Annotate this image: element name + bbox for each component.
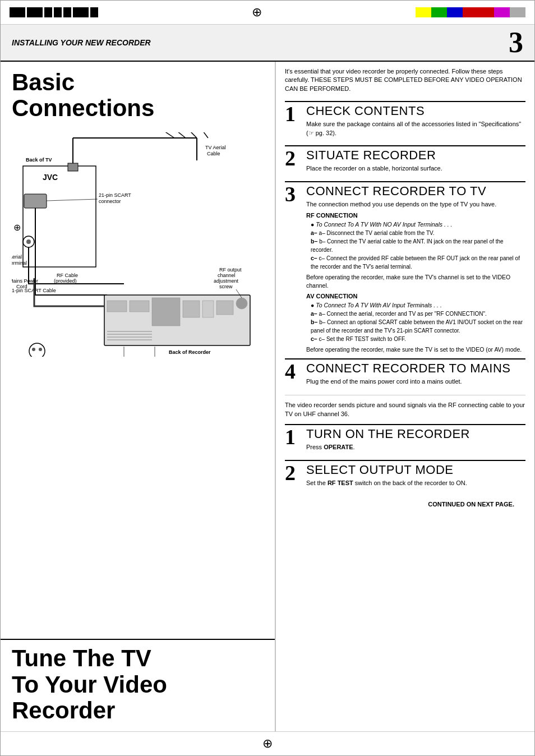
- black-block-2: [27, 7, 43, 17]
- svg-point-48: [32, 348, 35, 351]
- step-4-heading: CONNECT RECORDER TO MAINS: [306, 362, 525, 375]
- svg-line-9: [158, 132, 174, 138]
- rf-note: Before operating the recorder, make sure…: [306, 273, 525, 289]
- bottom-step-1-content: TURN ON THE RECORDER Press OPERATE.: [306, 427, 525, 455]
- svg-text:terminal: terminal: [12, 260, 27, 266]
- rf-connection-bullet: ● To Connect To A TV With NO AV Input Te…: [311, 220, 525, 229]
- step-3-number: 3: [285, 183, 301, 205]
- continued-text: CONTINUED ON NEXT PAGE.: [285, 495, 525, 513]
- svg-text:21-pin SCART: 21-pin SCART: [99, 192, 131, 198]
- svg-rect-30: [216, 301, 233, 315]
- black-block-3: [44, 7, 52, 17]
- bottom-right-section: The video recorder sends picture and sou…: [285, 395, 525, 491]
- step-4-text: Plug the end of the mains power cord int…: [306, 377, 525, 386]
- svg-text:(provided): (provided): [54, 278, 77, 284]
- rf-step-b: b– b– Connect the TV aerial cable to the…: [311, 237, 525, 254]
- svg-text:adjustment: adjustment: [214, 278, 239, 284]
- diagram-area: JVC: [12, 132, 264, 368]
- bottom-step-2-text: Set the RF TEST switch on the back of th…: [306, 479, 525, 487]
- step-1-container: 1 CHECK CONTENTS Make sure the package c…: [285, 101, 525, 141]
- svg-rect-3: [24, 194, 47, 208]
- basic-connections-section: Basic Connections JVC: [1, 62, 275, 639]
- color-block-green: [431, 7, 447, 17]
- color-block-gray: [510, 7, 525, 17]
- step-2-text: Place the recorder on a stable, horizont…: [306, 164, 525, 173]
- svg-point-49: [39, 348, 42, 351]
- installing-title: INSTALLING YOUR NEW RECORDER: [12, 38, 509, 47]
- bottom-step-2-number: 2: [285, 462, 301, 483]
- left-column: Basic Connections JVC: [1, 62, 275, 731]
- step-1-heading: CHECK CONTENTS: [306, 104, 525, 118]
- tune-section: Tune The TV To Your Video Recorder: [1, 639, 275, 731]
- bottom-step-1-container: 1 TURN ON THE RECORDER Press OPERATE.: [285, 424, 525, 455]
- page-wrapper: ⊕ INSTALLING YOUR NEW RECORDER 3 Basic C…: [0, 0, 535, 756]
- two-column-layout: Basic Connections JVC: [1, 62, 534, 731]
- svg-text:Back of Recorder: Back of Recorder: [169, 349, 211, 355]
- av-step-b: b– b– Connect an optional SCART cable be…: [311, 318, 525, 335]
- svg-point-47: [29, 343, 45, 357]
- step-2-container: 2 SITUATE RECORDER Place the recorder on…: [285, 145, 525, 177]
- basic-connections-title: Basic Connections: [12, 70, 264, 121]
- step-3-container: 3 CONNECT RECORDER TO TV The connection …: [285, 181, 525, 354]
- svg-text:Back of TV: Back of TV: [26, 157, 52, 163]
- svg-text:Aerial: Aerial: [12, 254, 22, 260]
- black-block-5: [63, 7, 71, 17]
- black-blocks-left: [10, 7, 98, 17]
- svg-line-12: [200, 132, 208, 138]
- rf-step-c: c– c– Connect the provided RF cable betw…: [311, 254, 525, 271]
- step-1-content: CHECK CONTENTS Make sure the package con…: [306, 104, 525, 141]
- bottom-step-2-content: SELECT OUTPUT MODE Set the RF TEST switc…: [306, 463, 525, 491]
- svg-text:⊕: ⊕: [13, 223, 21, 232]
- av-connection-bullet: ● To Connect To A TV With AV Input Termi…: [311, 301, 525, 310]
- page-number: 3: [509, 28, 523, 57]
- bottom-step-1-number: 1: [285, 426, 301, 448]
- svg-rect-0: [23, 166, 96, 267]
- av-note: Before operating the recorder, make sure…: [306, 345, 525, 354]
- tune-title: Tune The TV To Your Video Recorder: [12, 646, 264, 723]
- av-step-c: c– c– Set the RF TEST switch to OFF.: [311, 335, 525, 343]
- black-block-4: [54, 7, 62, 17]
- svg-text:Mains Power: Mains Power: [12, 278, 38, 284]
- black-block-7: [90, 7, 98, 17]
- svg-text:screw: screw: [219, 284, 233, 289]
- step-4-content: CONNECT RECORDER TO MAINS Plug the end o…: [306, 362, 525, 390]
- svg-text:Cord: Cord: [16, 284, 27, 289]
- svg-text:RF Cable: RF Cable: [57, 273, 78, 278]
- bottom-step-1-heading: TURN ON THE RECORDER: [306, 427, 525, 441]
- svg-line-11: [186, 132, 197, 138]
- color-block-red2: [478, 7, 494, 17]
- bottom-intro-text: The video recorder sends picture and sou…: [285, 401, 525, 418]
- bottom-step-2-container: 2 SELECT OUTPUT MODE Set the RF TEST swi…: [285, 460, 525, 491]
- color-block-purple: [494, 7, 510, 17]
- step-1-number: 1: [285, 103, 301, 125]
- rf-connection-heading: RF CONNECTION: [306, 212, 525, 219]
- color-block-red1: [463, 7, 478, 17]
- color-block-yellow: [416, 7, 431, 17]
- svg-line-18: [47, 199, 98, 201]
- connections-diagram: JVC: [12, 132, 264, 357]
- svg-rect-28: [183, 301, 200, 317]
- svg-text:channel: channel: [218, 273, 236, 278]
- svg-rect-26: [130, 301, 149, 312]
- svg-rect-2: [68, 163, 78, 171]
- step-3-text: The connection method you use depends on…: [306, 200, 525, 209]
- step-2-heading: SITUATE RECORDER: [306, 149, 525, 162]
- svg-point-5: [26, 239, 31, 244]
- black-block-1: [10, 7, 25, 17]
- step-1-text: Make sure the package contains all of th…: [306, 120, 525, 137]
- av-step-a: a– a– Connect the aerial, recorder and T…: [311, 310, 525, 318]
- svg-text:RF output: RF output: [219, 267, 242, 273]
- av-connection-heading: AV CONNECTION: [306, 293, 525, 299]
- bottom-step-2-heading: SELECT OUTPUT MODE: [306, 463, 525, 477]
- top-bar: ⊕: [1, 1, 534, 25]
- svg-rect-27: [152, 298, 180, 326]
- svg-rect-29: [202, 301, 214, 317]
- crosshair-top: ⊕: [98, 5, 416, 20]
- color-blocks-right: [416, 7, 525, 17]
- svg-text:TV Aerial: TV Aerial: [205, 145, 226, 150]
- step-4-number: 4: [285, 361, 301, 382]
- svg-text:JVC: JVC: [43, 173, 58, 182]
- header-section: INSTALLING YOUR NEW RECORDER 3: [1, 25, 534, 62]
- rf-step-a: a– a– Disconnect the TV aerial cable fro…: [311, 229, 525, 237]
- svg-text:connector: connector: [99, 199, 121, 204]
